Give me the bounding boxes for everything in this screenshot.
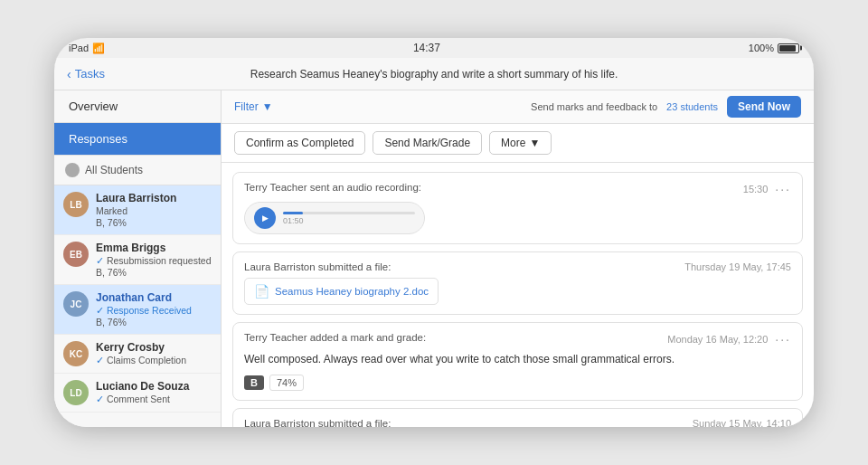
audio-card-label: Terry Teacher sent an audio recording: <box>244 182 421 193</box>
student-status: ✓ Response Received <box>96 305 212 316</box>
student-name: Jonathan Card <box>96 291 212 304</box>
battery-fill <box>779 45 796 52</box>
audio-progress: 01:50 <box>283 212 415 225</box>
nav-bar: ‹ Tasks Research Seamus Heaney's biograp… <box>54 58 814 90</box>
student-grade: B, 76% <box>96 317 212 327</box>
student-grade: B, 76% <box>96 217 212 228</box>
student-status: ✓ Claims Completion <box>96 355 212 365</box>
progress-fill <box>283 212 303 214</box>
page-title: Research Seamus Heaney's biography and w… <box>250 68 618 81</box>
audio-duration: 01:50 <box>283 216 415 225</box>
file-feed-card-2: Laura Barriston submitted a file: Sunday… <box>232 408 803 427</box>
filter-bar: Filter ▼ Send marks and feedback to 23 s… <box>222 90 814 124</box>
wifi-icon: 📶 <box>92 43 105 54</box>
file-card-2-label: Laura Barriston submitted a file: <box>244 418 391 427</box>
sidebar-item-overview[interactable]: Overview <box>54 90 221 123</box>
file-name: Seamus Heaney biography 2.doc <box>275 286 429 297</box>
student-info-emma: Emma Briggs ✓ Resubmission requested B, … <box>96 242 212 278</box>
check-icon: ✓ <box>96 394 104 404</box>
student-info-luciano: Luciano De Souza ✓ Comment Sent <box>96 380 212 404</box>
student-status: ✓ Resubmission requested <box>96 255 212 266</box>
student-info-kerry: Kerry Crosby ✓ Claims Completion <box>96 341 212 365</box>
audio-card-header: Terry Teacher sent an audio recording: 1… <box>244 182 791 196</box>
avatar-emma-briggs: EB <box>63 242 89 267</box>
more-options-icon[interactable]: ··· <box>775 182 791 196</box>
action-bar: Confirm as Completed Send Mark/Grade Mor… <box>222 124 814 163</box>
student-name: Kerry Crosby <box>96 341 212 354</box>
sidebar: Overview Responses All Students LB Laura… <box>54 90 222 427</box>
avatar-laura-barriston: LB <box>63 192 89 217</box>
back-button[interactable]: ‹ Tasks <box>67 67 105 81</box>
student-info-laura: Laura Barriston Marked B, 76% <box>96 192 212 228</box>
send-mark-grade-button[interactable]: Send Mark/Grade <box>373 131 482 155</box>
avatar-luciano-de-souza: LD <box>63 380 89 405</box>
student-name: Emma Briggs <box>96 242 212 254</box>
mark-card-time: Monday 16 May, 12:20 <box>667 334 768 345</box>
students-group-icon <box>65 163 80 177</box>
file-card-header: Laura Barriston submitted a file: Thursd… <box>244 261 791 272</box>
status-bar: iPad 📶 14:37 100% <box>54 38 814 58</box>
percent-badge: 74% <box>269 375 304 391</box>
main-content: Overview Responses All Students LB Laura… <box>54 90 814 427</box>
chevron-down-icon: ▼ <box>262 100 273 113</box>
file-feed-card: Laura Barriston submitted a file: Thursd… <box>232 251 803 315</box>
student-name: Luciano De Souza <box>96 380 212 393</box>
student-item-luciano-de-souza[interactable]: LD Luciano De Souza ✓ Comment Sent <box>54 374 221 413</box>
file-attachment[interactable]: 📄 Seamus Heaney biography 2.doc <box>244 278 439 305</box>
avatar-jonathan-card: JC <box>63 291 89 317</box>
audio-feed-card: Terry Teacher sent an audio recording: 1… <box>232 172 803 244</box>
mark-card-label: Terry Teacher added a mark and grade: <box>244 332 426 343</box>
battery-icon <box>778 43 799 53</box>
progress-track <box>283 212 415 214</box>
battery-label: 100% <box>749 43 774 53</box>
file-card-time: Thursday 19 May, 17:45 <box>684 261 791 272</box>
check-icon: ✓ <box>96 355 104 365</box>
student-count-link[interactable]: 23 students <box>666 101 718 112</box>
student-item-kerry-crosby[interactable]: KC Kerry Crosby ✓ Claims Completion <box>54 335 221 374</box>
back-label: Tasks <box>75 67 105 81</box>
filter-button[interactable]: Filter ▼ <box>234 100 273 113</box>
mark-card-header: Terry Teacher added a mark and grade: Mo… <box>244 332 791 346</box>
sidebar-nav: Overview Responses <box>54 90 221 156</box>
play-button[interactable]: ▶ <box>254 207 276 229</box>
avatar-kerry-crosby: KC <box>63 341 89 366</box>
grade-badge: B <box>244 375 264 390</box>
chevron-down-icon: ▼ <box>529 137 540 149</box>
all-students-header: All Students <box>54 156 221 185</box>
feed-area[interactable]: Terry Teacher sent an audio recording: 1… <box>222 163 814 427</box>
status-bar-right: 100% <box>749 43 799 53</box>
audio-card-time: 15:30 <box>743 184 769 195</box>
student-status: Marked <box>96 205 212 216</box>
mark-feed-card: Terry Teacher added a mark and grade: Mo… <box>232 322 803 401</box>
sidebar-item-responses[interactable]: Responses <box>54 123 221 156</box>
file-card-2-time: Sunday 15 May, 14:10 <box>693 418 791 427</box>
mark-comment: Well composed. Always read over what you… <box>244 352 791 367</box>
file-doc-icon: 📄 <box>254 284 269 299</box>
filter-right: Send marks and feedback to 23 students S… <box>531 96 801 118</box>
more-button[interactable]: More ▼ <box>489 131 552 155</box>
send-marks-text: Send marks and feedback to <box>531 101 657 112</box>
student-item-jonathan-card[interactable]: JC Jonathan Card ✓ Response Received B, … <box>54 285 221 335</box>
chevron-left-icon: ‹ <box>67 67 71 81</box>
student-item-laura-barriston[interactable]: LB Laura Barriston Marked B, 76% <box>54 185 221 235</box>
mark-grade-row: B 74% <box>244 375 791 391</box>
more-options-icon[interactable]: ··· <box>775 332 791 346</box>
check-icon: ✓ <box>96 305 104 316</box>
confirm-completed-button[interactable]: Confirm as Completed <box>234 131 365 155</box>
file-card-2-header: Laura Barriston submitted a file: Sunday… <box>244 418 791 427</box>
student-item-emma-briggs[interactable]: EB Emma Briggs ✓ Resubmission requested … <box>54 235 221 285</box>
student-name: Laura Barriston <box>96 192 212 204</box>
all-students-label: All Students <box>85 164 143 176</box>
student-grade: B, 76% <box>96 267 212 278</box>
content-area: Filter ▼ Send marks and feedback to 23 s… <box>222 90 814 427</box>
file-card-label: Laura Barriston submitted a file: <box>244 261 391 272</box>
status-bar-left: iPad 📶 <box>69 43 105 54</box>
audio-player: ▶ 01:50 <box>244 202 425 234</box>
student-info-jonathan: Jonathan Card ✓ Response Received B, 76% <box>96 291 212 327</box>
device-label: iPad <box>69 43 89 53</box>
check-icon: ✓ <box>96 255 104 266</box>
filter-label: Filter <box>234 100 259 113</box>
clock: 14:37 <box>413 42 440 54</box>
send-now-button[interactable]: Send Now <box>727 96 801 118</box>
device: iPad 📶 14:37 100% ‹ Tasks Research Seamu… <box>54 38 814 427</box>
